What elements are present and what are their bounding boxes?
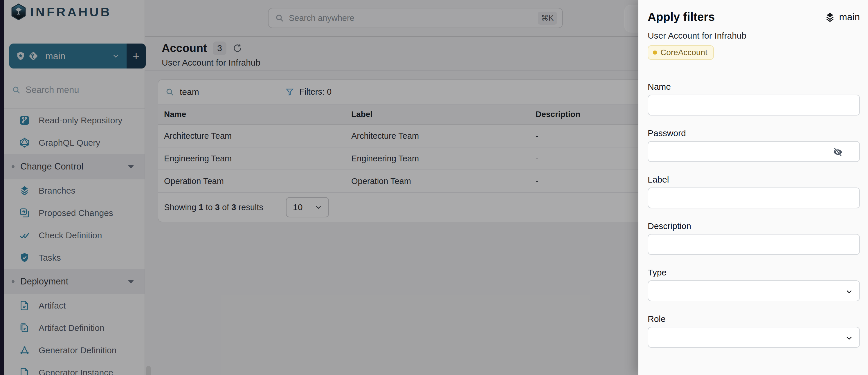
kind-badge: CoreAccount (648, 45, 714, 60)
field-label: Type (648, 268, 860, 278)
drawer-subtitle: User Account for Infrahub (648, 31, 746, 41)
label-input[interactable] (648, 188, 859, 208)
field-label: Description (648, 221, 860, 231)
field-name: Name (648, 82, 860, 116)
field-password: Password (648, 128, 860, 162)
name-input-wrap (648, 95, 860, 116)
chevron-down-icon (845, 287, 854, 296)
app-window: INFRAHUB main + (0, 0, 868, 375)
name-input[interactable] (648, 95, 859, 115)
description-input[interactable] (648, 235, 859, 254)
layers-icon (825, 11, 836, 23)
field-label: Password (648, 128, 860, 138)
kind-badge-label: CoreAccount (660, 48, 708, 57)
drawer-branch-label: main (839, 11, 860, 23)
drawer-backdrop[interactable] (0, 0, 639, 375)
field-label: Label (648, 175, 860, 185)
password-input-wrap (648, 141, 860, 162)
field-description: Description (648, 221, 860, 255)
eye-off-icon[interactable] (833, 147, 843, 157)
status-dot-icon (653, 51, 657, 55)
field-role: Role (648, 314, 860, 348)
field-label: Label (648, 175, 860, 209)
field-type: Type (648, 268, 860, 301)
field-label: Role (648, 314, 860, 324)
apply-filters-drawer: Apply filters main User Account for Infr… (639, 0, 868, 375)
role-select[interactable] (648, 327, 860, 348)
password-input[interactable] (648, 142, 859, 161)
label-input-wrap (648, 187, 860, 209)
drawer-divider (639, 70, 868, 70)
chevron-down-icon (845, 334, 854, 343)
field-label: Name (648, 82, 860, 92)
drawer-title: Apply filters (648, 10, 715, 24)
drawer-branch-indicator: main (825, 11, 860, 23)
description-input-wrap (648, 234, 860, 255)
drawer-header: Apply filters main (648, 10, 860, 24)
filters-form: Name Password Label (648, 82, 860, 361)
type-select[interactable] (648, 280, 860, 301)
